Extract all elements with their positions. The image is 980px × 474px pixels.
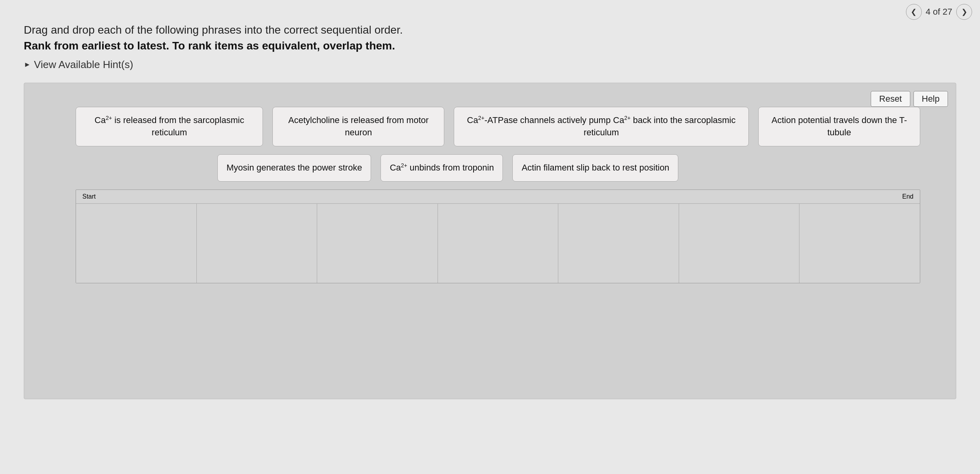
prev-button[interactable]: ❮ [906,4,922,20]
nav-area: ❮ 4 of 27 ❯ [906,4,972,20]
drag-item-acetylcholine[interactable]: Acetylcholine is released from motor neu… [272,107,444,146]
reset-button[interactable]: Reset [871,91,910,107]
top-right-buttons: Reset Help [871,91,948,107]
drag-item-ca-unbinds[interactable]: Ca2+ unbinds from troponin [381,154,503,182]
page-indicator: 4 of 27 [926,7,952,17]
ranking-slot-7[interactable] [799,204,920,283]
page-wrapper: ❮ 4 of 27 ❯ Drag and drop each of the fo… [0,0,980,474]
ranking-slot-4[interactable] [438,204,559,283]
instruction-line2: Rank from earliest to latest. To rank it… [24,40,956,52]
ranking-frame: Start End [76,190,920,283]
instruction-line1: Drag and drop each of the following phra… [24,24,956,36]
instructions: Drag and drop each of the following phra… [24,24,956,52]
ranking-top-bar: Start End [76,190,920,204]
drag-item-ca-released[interactable]: Ca2+ is released from the sarcoplasmic r… [76,107,263,146]
items-area: Ca2+ is released from the sarcoplasmic r… [36,95,944,190]
ranking-start-label: Start [82,193,96,200]
ranking-slot-1[interactable] [76,204,197,283]
drag-item-actin[interactable]: Actin filament slip back to rest positio… [512,154,678,182]
drag-item-action-potential[interactable]: Action potential travels down the T-tubu… [758,107,920,146]
drag-item-myosin[interactable]: Myosin generates the power stroke [217,154,371,182]
drag-item-ca-atpase[interactable]: Ca2+-ATPase channels actively pump Ca2+ … [454,107,749,146]
hint-row[interactable]: ► View Available Hint(s) [24,59,956,71]
main-panel: Reset Help Ca2+ is released from the sar… [24,83,956,399]
hint-text: View Available Hint(s) [34,59,133,71]
help-button[interactable]: Help [913,91,948,107]
ranking-slots [76,204,920,283]
ranking-slot-3[interactable] [317,204,438,283]
next-button[interactable]: ❯ [956,4,972,20]
items-row-2: Myosin generates the power stroke Ca2+ u… [76,154,920,182]
ranking-slot-5[interactable] [558,204,679,283]
ranking-slot-6[interactable] [679,204,800,283]
items-row-1: Ca2+ is released from the sarcoplasmic r… [76,107,920,146]
ranking-slot-2[interactable] [197,204,318,283]
ranking-end-label: End [902,193,913,200]
hint-arrow-icon: ► [24,61,31,69]
